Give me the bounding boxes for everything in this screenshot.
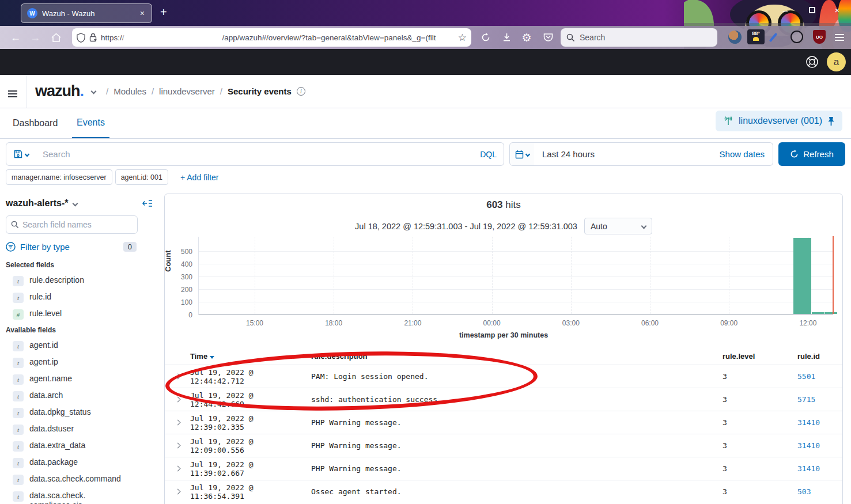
field-search-box[interactable] (6, 215, 138, 234)
histogram-bar[interactable] (793, 238, 811, 314)
col-time[interactable]: Time (190, 352, 311, 361)
back-button[interactable]: ← (7, 26, 24, 49)
reload-button[interactable] (477, 26, 494, 49)
cell-rule-description: PHP Warning message. (311, 464, 699, 473)
field-name: data.sca.check. compliance.cis (29, 491, 127, 504)
rule-id-link[interactable]: 5501 (797, 372, 815, 381)
bookmark-star-icon[interactable]: ☆ (458, 32, 467, 44)
datepicker-button[interactable] (509, 142, 535, 166)
histogram-bar[interactable] (812, 312, 824, 314)
colorpicker-extension-icon[interactable] (769, 33, 778, 42)
expand-row-button[interactable] (165, 467, 190, 471)
darkmode-extension-icon[interactable] (791, 31, 803, 43)
logo-chevron-down-icon[interactable] (91, 89, 97, 94)
field-item[interactable]: tagent.name (0, 371, 161, 388)
app-menu-button[interactable] (8, 86, 17, 97)
breadcrumb-item-linuxdevserver[interactable]: linuxdevserver (159, 86, 215, 96)
save-query-button[interactable] (6, 142, 36, 166)
user-avatar[interactable]: a (827, 52, 846, 71)
expand-row-button[interactable] (165, 444, 190, 448)
filter-pill[interactable]: manager.name: infosecserver (6, 169, 112, 185)
window-close-button[interactable]: × (824, 0, 850, 20)
search-icon (566, 33, 575, 42)
field-name: agent.name (29, 374, 72, 384)
lock-icon[interactable] (89, 33, 97, 42)
collapse-sidebar-icon[interactable] (142, 199, 153, 207)
new-tab-button[interactable]: + (160, 6, 167, 19)
index-pattern-selector[interactable]: wazuh-alerts-* (6, 198, 68, 209)
help-lifebuoy-icon[interactable] (805, 55, 819, 69)
pocket-icon[interactable] (539, 26, 557, 49)
field-item[interactable]: trule.id (0, 289, 161, 306)
field-item[interactable]: tagent.id (0, 338, 161, 354)
account-extension-icon[interactable] (728, 31, 742, 44)
settings-gear-icon[interactable]: ⚙ (518, 26, 535, 49)
field-search-input[interactable] (22, 220, 133, 229)
cell-rule-level: 3 (699, 441, 774, 450)
field-item[interactable]: tdata.arch (0, 388, 161, 404)
home-button[interactable] (47, 26, 65, 49)
pin-icon[interactable] (827, 116, 835, 126)
chevron-right-icon (175, 397, 180, 403)
expand-row-button[interactable] (165, 374, 190, 378)
field-item[interactable]: tagent.ip (0, 354, 161, 371)
cell-rule-description: PHP Warning message. (311, 418, 699, 427)
cell-time: Jul 19, 2022 @ 11:36:54.391 (190, 483, 311, 501)
info-icon[interactable]: i (297, 87, 305, 96)
rule-id-link[interactable]: 31410 (797, 464, 820, 473)
dql-button[interactable]: DQL (475, 150, 497, 159)
agent-pill[interactable]: linuxdevserver (001) (716, 111, 842, 131)
browser-search-bar[interactable]: Search (561, 28, 717, 47)
refresh-button[interactable]: Refresh (778, 142, 845, 166)
tab-close-icon[interactable]: × (139, 9, 146, 18)
text-type-badge: t (13, 491, 24, 502)
breadcrumb-item-security-events: Security events (228, 86, 292, 96)
expand-row-button[interactable] (165, 490, 190, 494)
x-gridline (255, 237, 255, 314)
rule-id-link[interactable]: 31410 (797, 418, 820, 427)
breadcrumb-item-modules[interactable]: Modules (114, 86, 146, 96)
histogram-bar[interactable] (825, 312, 837, 314)
downloads-button[interactable] (498, 26, 515, 49)
field-item[interactable]: #rule.level (0, 306, 161, 323)
cell-rule-id: 5501 (774, 372, 842, 381)
tracking-shield-icon[interactable] (77, 33, 85, 43)
field-item[interactable]: tdata.sca.check. compliance.cis (0, 488, 161, 504)
field-item[interactable]: tdata.dstuser (0, 421, 161, 438)
browser-menu-button[interactable] (831, 26, 848, 49)
rule-id-link[interactable]: 31410 (797, 441, 820, 450)
show-dates-button[interactable]: Show dates (720, 149, 765, 159)
hits-count: 603 (486, 199, 502, 210)
filter-pill[interactable]: agent.id: 001 (115, 169, 168, 185)
field-item[interactable]: trule.description (0, 272, 161, 289)
weather-extension-icon[interactable]: 88° (747, 29, 765, 44)
rule-id-link[interactable]: 5715 (797, 395, 815, 404)
y-gridline (199, 276, 833, 277)
browser-tab[interactable]: W Wazuh - Wazuh × (21, 3, 152, 23)
field-item[interactable]: tdata.sca.check.command (0, 471, 161, 488)
field-item[interactable]: tdata.dpkg_status (0, 404, 161, 421)
window-maximize-button[interactable] (799, 0, 824, 20)
time-range-control[interactable]: Last 24 hours Show dates (534, 142, 773, 166)
chevron-down-icon (24, 151, 29, 156)
histogram-plot[interactable]: 010020030040050015:0018:0021:0000:0003:0… (198, 237, 833, 314)
window-minimize-button[interactable]: – (773, 0, 798, 20)
sun-icon (753, 37, 759, 41)
filter-by-type[interactable]: Filter by type 0 (0, 238, 161, 257)
interval-select[interactable]: Auto (584, 218, 652, 234)
query-search-input[interactable] (43, 149, 475, 159)
url-bar[interactable]: https:// /app/wazuh#/overview/?tab=gener… (72, 28, 471, 47)
ublock-extension-icon[interactable]: UO (813, 30, 826, 44)
add-filter-button[interactable]: + Add filter (180, 173, 219, 182)
x-gridline (571, 237, 572, 314)
text-type-badge: t (13, 475, 24, 485)
field-item[interactable]: tdata.package (0, 454, 161, 471)
rule-id-link[interactable]: 503 (797, 487, 811, 496)
tab-dashboard[interactable]: Dashboard (8, 108, 62, 138)
text-type-badge: t (13, 458, 24, 468)
forward-button[interactable]: → (27, 26, 44, 49)
expand-row-button[interactable] (165, 420, 190, 425)
expand-row-button[interactable] (165, 397, 190, 401)
tab-events[interactable]: Events (72, 108, 109, 138)
field-item[interactable]: tdata.extra_data (0, 438, 161, 454)
